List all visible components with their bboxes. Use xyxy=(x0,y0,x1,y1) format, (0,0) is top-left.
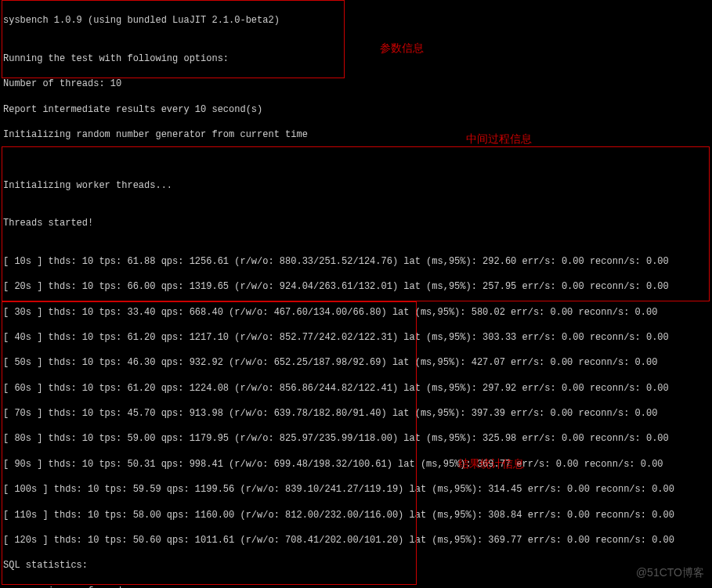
intermediate-row: [ 10s ] thds: 10 tps: 61.88 qps: 1256.61… xyxy=(3,255,709,268)
watermark: @51CTO博客 xyxy=(636,565,704,580)
init-rng-line: Initializing random number generator fro… xyxy=(3,128,709,141)
init-threads-line: Initializing worker threads... xyxy=(3,179,709,192)
threads-line: Number of threads: 10 xyxy=(3,78,709,90)
options-header: Running the test with following options: xyxy=(3,52,709,65)
sql-stats-header: SQL statistics: xyxy=(3,559,709,572)
intermediate-row: [ 70s ] thds: 10 tps: 45.70 qps: 913.98 … xyxy=(3,407,709,420)
intermediate-row: [ 30s ] thds: 10 tps: 33.40 qps: 668.40 … xyxy=(3,306,709,319)
intermediate-row: [ 120s ] thds: 10 tps: 50.60 qps: 1011.6… xyxy=(3,534,709,547)
intermediate-row: [ 90s ] thds: 10 tps: 50.31 qps: 998.41 … xyxy=(3,458,709,471)
intermediate-row: [ 20s ] thds: 10 tps: 66.00 qps: 1319.65… xyxy=(3,280,709,293)
intermediate-row: [ 80s ] thds: 10 tps: 59.00 qps: 1179.95… xyxy=(3,432,709,445)
threads-started-line: Threads started! xyxy=(3,217,709,229)
intermediate-row: [ 40s ] thds: 10 tps: 61.20 qps: 1217.10… xyxy=(3,331,709,344)
queries-performed-label: queries performed: xyxy=(3,585,709,588)
intermediate-row: [ 60s ] thds: 10 tps: 61.20 qps: 1224.08… xyxy=(3,382,709,395)
intermediate-row: [ 110s ] thds: 10 tps: 58.00 qps: 1160.0… xyxy=(3,509,709,521)
intermediate-row: [ 100s ] thds: 10 tps: 59.59 qps: 1199.5… xyxy=(3,483,709,496)
intermediate-row: [ 50s ] thds: 10 tps: 46.30 qps: 932.92 … xyxy=(3,356,709,369)
terminal-output: sysbench 1.0.9 (using bundled LuaJIT 2.1… xyxy=(0,0,712,588)
version-line: sysbench 1.0.9 (using bundled LuaJIT 2.1… xyxy=(3,14,709,27)
report-line: Report intermediate results every 10 sec… xyxy=(3,103,709,116)
